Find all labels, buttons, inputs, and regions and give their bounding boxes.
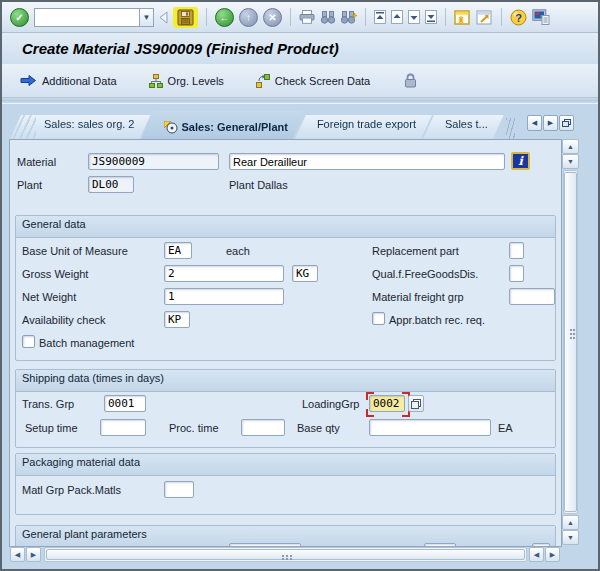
tab-list-button[interactable] — [559, 115, 574, 131]
divider — [290, 8, 291, 26]
print-icon[interactable] — [299, 10, 315, 24]
shipping-data-header: Shipping data (times in days) — [16, 370, 555, 392]
divider — [365, 8, 366, 26]
gross-weight-field[interactable] — [164, 265, 284, 282]
vertical-scroll-thumb[interactable] — [564, 172, 577, 512]
setup-time-label: Setup time — [25, 422, 78, 434]
back-icon[interactable]: ← — [215, 8, 234, 27]
trans-grp-field[interactable] — [104, 395, 146, 412]
hide-toolbar-icon[interactable] — [159, 11, 168, 24]
setup-time-field[interactable] — [100, 419, 146, 436]
matl-grp-pack-label: Matl Grp Pack.Matls — [22, 484, 121, 496]
gross-weight-label: Gross Weight — [22, 268, 88, 280]
qual-free-goods-field[interactable] — [509, 265, 524, 282]
scroll-down-button[interactable]: ▼ — [562, 154, 579, 169]
net-weight-label: Net Weight — [22, 291, 76, 303]
create-shortcut-icon[interactable] — [476, 10, 493, 25]
divider — [206, 8, 207, 26]
plant-label: Plant — [17, 179, 42, 191]
tab-sales-text[interactable]: Sales t... — [423, 115, 504, 139]
exit-icon[interactable]: ↑ — [239, 8, 258, 27]
lock-button[interactable] — [398, 70, 423, 91]
general-data-header: General data — [16, 216, 555, 238]
vertical-scroll-track[interactable] — [563, 170, 578, 514]
tab-foreign-trade-export[interactable]: Foreign trade export — [295, 115, 432, 139]
material-freight-field[interactable] — [509, 288, 555, 305]
cancel-icon[interactable]: ✕ — [263, 8, 282, 27]
divider — [445, 8, 446, 26]
batch-management-checkbox[interactable] — [22, 335, 35, 348]
horizontal-scroll-thumb[interactable] — [46, 549, 525, 560]
tab-scroll-right-button[interactable]: ▶ — [543, 115, 558, 131]
horizontal-scroll-track[interactable] — [44, 547, 527, 562]
weight-unit-field[interactable] — [292, 265, 318, 282]
availability-check-field[interactable] — [164, 311, 190, 328]
scroll-up-button[interactable]: ▲ — [562, 515, 579, 530]
new-session-icon[interactable] — [454, 10, 471, 25]
appr-batch-label: Appr.batch rec. req. — [389, 314, 485, 326]
divider — [501, 8, 502, 26]
scroll-left-button[interactable]: ◀ — [10, 547, 25, 562]
trans-grp-label: Trans. Grp — [22, 398, 74, 410]
command-input[interactable] — [34, 8, 139, 27]
application-toolbar: Additional Data Org. Levels Check Screen… — [2, 64, 598, 98]
additional-data-button[interactable]: Additional Data — [14, 71, 123, 90]
find-icon[interactable] — [320, 11, 336, 24]
scroll-down-button[interactable]: ▼ — [562, 530, 579, 545]
tab-overflow-marks — [506, 118, 515, 139]
info-button[interactable]: i — [511, 152, 530, 170]
packaging-data-group: Packaging material data Matl Grp Pack.Ma… — [15, 453, 556, 515]
check-screen-data-button[interactable]: Check Screen Data — [250, 71, 376, 91]
packaging-data-header: Packaging material data — [16, 454, 555, 476]
find-next-icon[interactable] — [341, 11, 357, 24]
tab-sales-general-plant[interactable]: Sales: General/Plant — [142, 111, 304, 139]
loading-grp-field[interactable] — [369, 395, 405, 412]
first-page-icon[interactable] — [374, 10, 386, 24]
org-chart-icon — [149, 74, 163, 88]
help-icon[interactable]: ? — [510, 9, 527, 26]
net-weight-field[interactable] — [164, 288, 284, 305]
appr-batch-checkbox[interactable] — [372, 312, 385, 325]
base-unit-field[interactable] — [164, 242, 192, 259]
batch-management-label: Batch management — [39, 337, 134, 349]
vertical-scrollbar: ▲ ▼ ▲ ▼ — [562, 139, 579, 545]
scroll-right-button[interactable]: ▶ — [545, 547, 560, 562]
material-freight-label: Material freight grp — [372, 291, 464, 303]
enter-icon[interactable]: ✓ — [10, 8, 29, 27]
tab-content-panel: Material i Plant Plant Dallas General da… — [9, 139, 562, 547]
material-label: Material — [17, 156, 56, 168]
plant-parameters-group: General plant parameters — [15, 525, 556, 547]
proc-time-label: Proc. time — [169, 422, 219, 434]
matchcode-icon — [411, 399, 421, 409]
check-screen-icon — [256, 74, 270, 88]
active-tab-icon — [164, 121, 178, 134]
scroll-left-button[interactable]: ◀ — [529, 547, 544, 562]
save-icon[interactable] — [177, 9, 194, 26]
scroll-up-button[interactable]: ▲ — [562, 139, 579, 154]
proc-time-field[interactable] — [241, 419, 285, 436]
material-description-field[interactable] — [229, 153, 505, 170]
command-dropdown-icon[interactable]: ▼ — [139, 8, 154, 27]
horizontal-scrollbar: ◀ ▶ ◀ ▶ — [2, 547, 579, 563]
tab-sales-sales-org-2[interactable]: Sales: sales org. 2 — [10, 115, 151, 139]
material-field[interactable] — [88, 153, 219, 170]
last-page-icon[interactable] — [425, 10, 437, 24]
general-data-group: General data Base Unit of Measure each R… — [15, 215, 556, 361]
next-page-icon[interactable] — [408, 10, 420, 24]
qual-free-goods-label: Qual.f.FreeGoodsDis. — [372, 268, 478, 280]
scroll-right-button[interactable]: ▶ — [26, 547, 41, 562]
loading-grp-dropdown-button[interactable] — [408, 395, 424, 412]
title-bar: Create Material JS900009 (Finished Produ… — [2, 33, 598, 65]
tab-scroll-left-button[interactable]: ◀ — [527, 115, 542, 131]
focus-corner — [366, 392, 374, 400]
loading-grp-label: LoadingGrp — [302, 398, 360, 410]
right-arrow-icon — [20, 74, 37, 87]
prev-page-icon[interactable] — [391, 10, 403, 24]
plant-field[interactable] — [88, 176, 134, 193]
replacement-part-field[interactable] — [509, 242, 524, 259]
base-qty-field[interactable] — [369, 419, 491, 436]
grip-dots — [281, 554, 293, 560]
customize-layout-icon[interactable] — [532, 9, 550, 25]
org-levels-button[interactable]: Org. Levels — [143, 71, 230, 91]
matl-grp-pack-field[interactable] — [164, 481, 194, 498]
